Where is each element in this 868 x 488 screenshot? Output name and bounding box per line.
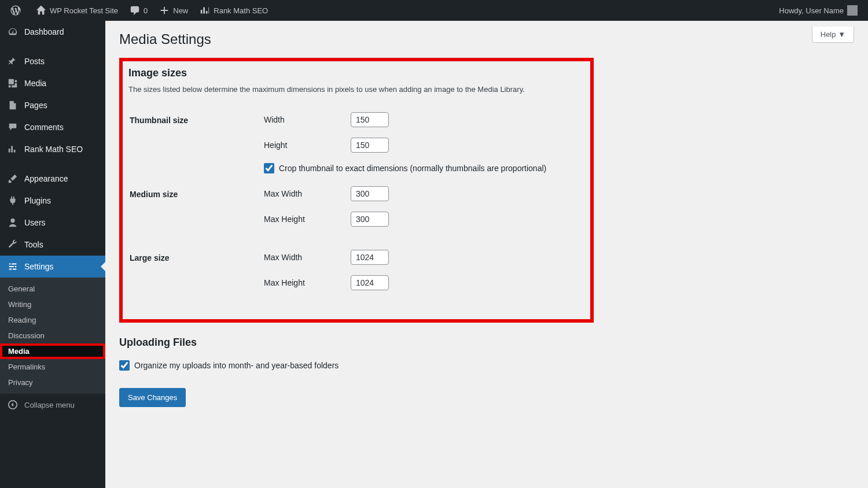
organize-checkbox[interactable] <box>119 360 130 371</box>
sub-media[interactable]: Media <box>0 343 105 359</box>
menu-tools[interactable]: Tools <box>0 234 105 256</box>
comment-icon <box>7 122 19 132</box>
image-sizes-section: Image sizes The sizes listed below deter… <box>119 58 594 323</box>
menu-rankmath[interactable]: Rank Math SEO <box>0 138 105 160</box>
rankmath-link[interactable]: Rank Math SEO <box>194 0 274 21</box>
image-sizes-desc: The sizes listed below determine the max… <box>128 85 584 94</box>
sub-discussion[interactable]: Discussion <box>0 328 105 343</box>
new-content-link[interactable]: New <box>153 0 194 21</box>
menu-label: Users <box>24 218 46 227</box>
sub-privacy[interactable]: Privacy <box>0 375 105 390</box>
menu-label: Pages <box>24 101 47 110</box>
help-tab[interactable]: Help ▼ <box>812 27 854 43</box>
crop-label: Crop thumbnail to exact dimensions (norm… <box>279 164 546 173</box>
thumb-height-input[interactable] <box>351 138 389 153</box>
comment-icon <box>130 5 140 16</box>
uploading-files-heading: Uploading Files <box>119 337 854 349</box>
comments-count: 0 <box>144 6 148 15</box>
medium-width-input[interactable] <box>351 186 389 201</box>
collapse-label: Collapse menu <box>24 401 75 409</box>
menu-plugins[interactable]: Plugins <box>0 190 105 212</box>
plus-icon <box>159 5 170 16</box>
menu-users[interactable]: Users <box>0 212 105 234</box>
menu-appearance[interactable]: Appearance <box>0 168 105 190</box>
save-button[interactable]: Save Changes <box>119 388 186 407</box>
menu-dashboard[interactable]: Dashboard <box>0 21 105 43</box>
menu-media[interactable]: Media <box>0 72 105 94</box>
settings-submenu: General Writing Reading Discussion Media… <box>0 278 105 394</box>
caret-down-icon: ▼ <box>838 30 845 39</box>
chart-icon <box>200 5 210 16</box>
sub-permalinks[interactable]: Permalinks <box>0 359 105 375</box>
collapse-menu-button[interactable]: Collapse menu <box>0 394 105 416</box>
site-home-link[interactable]: WP Rocket Test Site <box>30 0 124 21</box>
new-label: New <box>173 6 188 15</box>
sub-general[interactable]: General <box>0 281 105 297</box>
sub-reading[interactable]: Reading <box>0 312 105 328</box>
menu-comments[interactable]: Comments <box>0 116 105 138</box>
avatar-icon <box>847 5 858 16</box>
plug-icon <box>7 195 19 206</box>
dashboard-icon <box>7 27 19 37</box>
menu-pages[interactable]: Pages <box>0 94 105 116</box>
user-account-link[interactable]: Howdy, User Name <box>773 0 863 21</box>
sub-writing[interactable]: Writing <box>0 297 105 312</box>
menu-label: Dashboard <box>24 27 64 36</box>
wrench-icon <box>7 239 19 250</box>
menu-label: Posts <box>24 57 45 66</box>
medium-size-label: Medium size <box>130 180 263 243</box>
media-icon <box>7 78 19 88</box>
medium-height-input[interactable] <box>351 212 389 227</box>
help-label: Help <box>821 30 836 39</box>
width-label: Width <box>264 115 351 124</box>
crop-checkbox[interactable] <box>264 163 274 173</box>
menu-label: Settings <box>24 262 54 271</box>
pin-icon <box>7 56 19 66</box>
menu-label: Media <box>24 79 46 88</box>
organize-label: Organize my uploads into month- and year… <box>134 361 339 370</box>
home-icon <box>36 5 46 16</box>
main-content: Help ▼ Media Settings Image sizes The si… <box>105 21 868 430</box>
brush-icon <box>7 173 19 184</box>
wp-logo[interactable] <box>5 0 30 21</box>
menu-label: Rank Math SEO <box>24 145 83 154</box>
height-label: Height <box>264 141 351 150</box>
maxwidth-label: Max Width <box>264 189 351 198</box>
page-title: Media Settings <box>119 31 854 47</box>
page-icon <box>7 100 19 110</box>
admin-sidebar: Dashboard Posts Media Pages Comments Ran… <box>0 21 105 430</box>
comments-link[interactable]: 0 <box>124 0 153 21</box>
user-icon <box>7 217 19 228</box>
menu-posts[interactable]: Posts <box>0 50 105 72</box>
howdy-text: Howdy, User Name <box>779 6 844 15</box>
rankmath-label: Rank Math SEO <box>214 6 268 15</box>
menu-label: Comments <box>24 123 64 132</box>
thumb-width-input[interactable] <box>351 112 389 127</box>
menu-settings[interactable]: Settings <box>0 256 105 278</box>
menu-label: Plugins <box>24 196 51 205</box>
large-width-input[interactable] <box>351 250 389 265</box>
maxheight-label: Max Height <box>264 278 351 287</box>
chart-icon <box>7 144 19 154</box>
wordpress-icon <box>10 5 21 16</box>
large-height-input[interactable] <box>351 275 389 290</box>
maxheight-label: Max Height <box>264 215 351 224</box>
maxwidth-label: Max Width <box>264 253 351 262</box>
menu-label: Tools <box>24 240 43 249</box>
sliders-icon <box>7 261 19 272</box>
site-title: WP Rocket Test Site <box>50 6 118 15</box>
image-sizes-heading: Image sizes <box>128 67 584 79</box>
menu-label: Appearance <box>24 174 68 183</box>
thumb-size-label: Thumbnail size <box>130 106 263 179</box>
large-size-label: Large size <box>130 244 263 306</box>
admin-toolbar: WP Rocket Test Site 0 New Rank Math SEO … <box>0 0 868 21</box>
collapse-icon <box>7 400 19 410</box>
